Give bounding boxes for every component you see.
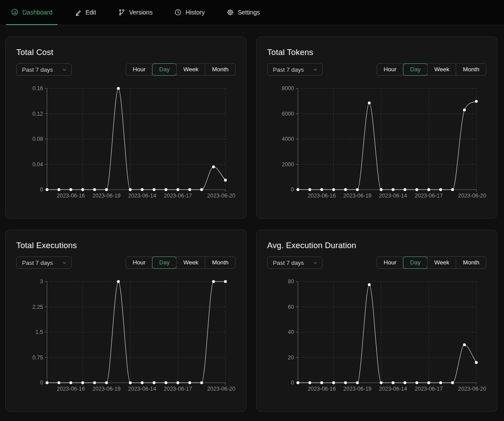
- data-point: [451, 381, 454, 384]
- y-axis-label: 3: [40, 278, 43, 285]
- tab-history[interactable]: History: [170, 0, 210, 25]
- time-range-dropdown[interactable]: Past 7 days: [267, 63, 323, 76]
- y-axis-label: 4000: [282, 136, 294, 142]
- tab-versions[interactable]: Versions: [113, 0, 158, 25]
- granularity-button-month[interactable]: Month: [456, 64, 486, 75]
- granularity-button-hour[interactable]: Hour: [377, 64, 403, 75]
- data-point: [332, 381, 335, 384]
- chevron-down-icon: [62, 260, 67, 265]
- granularity-button-day[interactable]: Day: [403, 257, 427, 268]
- y-axis-label: 20: [288, 355, 294, 361]
- data-point: [200, 381, 203, 384]
- x-axis-label: 2023-06-20: [207, 193, 236, 199]
- x-axis-label: 2023-06-17: [415, 193, 443, 199]
- chevron-down-icon: [62, 67, 67, 72]
- granularity-button-day[interactable]: Day: [403, 64, 427, 75]
- x-axis-label: 2023-06-17: [164, 386, 192, 392]
- granularity-button-month[interactable]: Month: [456, 257, 486, 268]
- data-point: [415, 381, 418, 384]
- data-point: [392, 381, 394, 384]
- y-axis-label: 2000: [282, 161, 294, 168]
- data-point: [380, 188, 382, 191]
- data-point: [475, 361, 478, 364]
- time-range-dropdown[interactable]: Past 7 days: [267, 256, 323, 269]
- granularity-button-hour[interactable]: Hour: [126, 257, 152, 268]
- data-point: [152, 381, 155, 384]
- data-point: [463, 109, 466, 111]
- panel-title: Total Executions: [16, 241, 236, 250]
- data-point: [152, 188, 155, 191]
- panel-total-cost: Total Cost Past 7 days HourDayWeekMonth …: [5, 37, 247, 219]
- time-range-dropdown[interactable]: Past 7 days: [16, 63, 72, 76]
- data-point: [415, 188, 418, 191]
- y-axis-label: 80: [288, 278, 294, 285]
- y-axis-label: 0: [40, 187, 43, 193]
- gauge-icon: [11, 8, 18, 16]
- data-point: [177, 381, 179, 384]
- data-point: [403, 188, 406, 191]
- time-range-value: Past 7 days: [273, 66, 304, 73]
- y-axis-label: 0.12: [33, 111, 43, 117]
- y-axis-label: 0.16: [33, 85, 43, 92]
- panel-total-tokens: Total Tokens Past 7 days HourDayWeekMont…: [256, 37, 497, 219]
- chart-total-cost: 00.040.080.120.162023-06-162023-06-19202…: [16, 82, 236, 200]
- data-point: [46, 381, 48, 384]
- granularity-button-week[interactable]: Week: [427, 64, 456, 75]
- tab-label: Edit: [86, 9, 96, 16]
- time-range-dropdown[interactable]: Past 7 days: [16, 256, 72, 269]
- granularity-button-week[interactable]: Week: [176, 257, 205, 268]
- chevron-down-icon: [313, 260, 318, 265]
- panel-title: Avg. Execution Duration: [267, 241, 486, 250]
- data-point: [69, 188, 72, 191]
- x-axis-label: 2023-06-14: [128, 193, 156, 199]
- x-axis-label: 2023-06-19: [92, 193, 120, 199]
- data-point: [129, 188, 131, 191]
- granularity-button-day[interactable]: Day: [152, 64, 176, 75]
- data-point: [164, 381, 167, 384]
- data-point: [81, 381, 84, 384]
- granularity-button-month[interactable]: Month: [205, 257, 235, 268]
- y-axis-label: 1.5: [36, 329, 43, 335]
- tab-label: Versions: [129, 9, 153, 16]
- granularity-button-week[interactable]: Week: [427, 257, 456, 268]
- gear-icon: [227, 9, 234, 16]
- tab-settings[interactable]: Settings: [222, 0, 265, 25]
- pencil-icon: [75, 9, 82, 16]
- tab-edit[interactable]: Edit: [70, 0, 101, 25]
- x-axis-label: 2023-06-19: [343, 386, 371, 392]
- chevron-down-icon: [313, 67, 318, 72]
- data-point: [117, 87, 120, 90]
- granularity-button-day[interactable]: Day: [152, 257, 176, 268]
- time-range-value: Past 7 days: [22, 260, 53, 266]
- granularity-button-hour[interactable]: Hour: [377, 257, 403, 268]
- panel-total-executions: Total Executions Past 7 days HourDayWeek…: [5, 230, 247, 412]
- dashboard-grid: Total Cost Past 7 days HourDayWeekMonth …: [0, 25, 504, 421]
- series-line: [298, 101, 476, 190]
- tab-dashboard[interactable]: Dashboard: [6, 0, 58, 25]
- chart-controls: Past 7 days HourDayWeekMonth: [267, 256, 486, 269]
- data-point: [105, 188, 108, 191]
- data-point: [439, 381, 442, 384]
- granularity-button-week[interactable]: Week: [176, 64, 205, 75]
- y-axis-label: 6000: [282, 111, 294, 117]
- chart-total-executions: 00.751.52.2532023-06-162023-06-192023-06…: [16, 275, 236, 393]
- git-branch-icon: [118, 9, 125, 16]
- y-axis-label: 2.25: [33, 304, 43, 310]
- top-nav: Dashboard Edit Versions History Settings: [0, 0, 504, 25]
- granularity-button-month[interactable]: Month: [205, 64, 235, 75]
- clock-icon: [174, 9, 181, 16]
- chart-controls: Past 7 days HourDayWeekMonth: [267, 63, 486, 76]
- data-point: [356, 381, 359, 384]
- data-point: [428, 381, 430, 384]
- data-point: [344, 381, 347, 384]
- granularity-button-group: HourDayWeekMonth: [126, 256, 236, 269]
- data-point: [81, 188, 84, 191]
- data-point: [212, 280, 215, 283]
- granularity-button-hour[interactable]: Hour: [126, 64, 152, 75]
- x-axis-label: 2023-06-20: [207, 386, 236, 392]
- data-point: [392, 188, 394, 191]
- chart-controls: Past 7 days HourDayWeekMonth: [16, 256, 236, 269]
- data-point: [463, 344, 466, 346]
- tab-label: Dashboard: [22, 9, 53, 16]
- data-point: [356, 188, 359, 191]
